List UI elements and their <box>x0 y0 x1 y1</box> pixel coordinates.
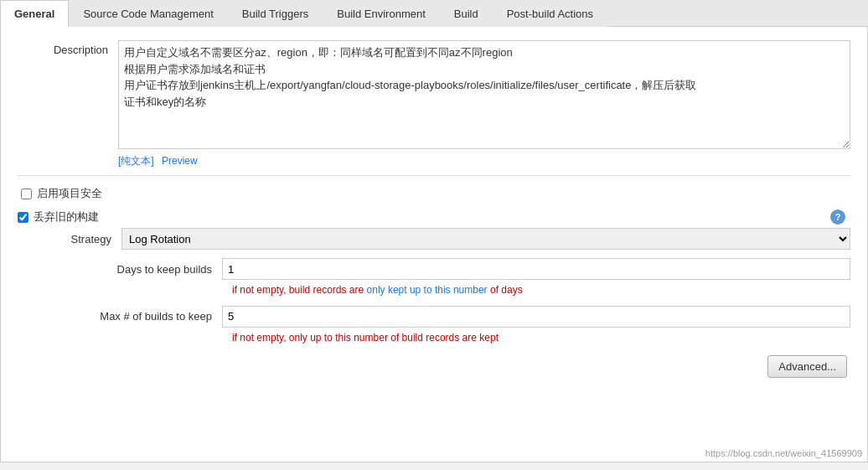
tab-scm[interactable]: Source Code Management <box>69 0 227 27</box>
tab-general[interactable]: General <box>0 0 69 27</box>
tab-build-env[interactable]: Build Environment <box>323 0 440 27</box>
tab-bar: General Source Code Management Build Tri… <box>0 0 868 27</box>
days-keep-hint: if not empty, build records are only kep… <box>71 283 850 297</box>
main-content: Description <span class="desc-line-red">… <box>0 27 868 462</box>
discard-builds-label[interactable]: 丢弃旧的构建 <box>34 209 99 225</box>
days-keep-input[interactable] <box>222 258 850 280</box>
discard-builds-row: 丢弃旧的构建 ? <box>18 209 850 225</box>
strategy-row: Strategy Log Rotation Never Days <box>38 228 850 250</box>
days-keep-label: Days to keep builds <box>71 263 222 276</box>
enable-security-row: 启用项目安全 <box>18 181 850 206</box>
strategy-section: Strategy Log Rotation Never Days Days to… <box>18 228 850 345</box>
days-keep-section: Days to keep builds if not empty, build … <box>38 258 850 345</box>
strategy-select[interactable]: Log Rotation Never Days <box>121 228 850 250</box>
divider-1 <box>18 175 850 176</box>
strategy-label: Strategy <box>38 233 121 245</box>
description-links: [纯文本] Preview <box>118 154 850 168</box>
plain-text-link[interactable]: [纯文本] <box>118 155 154 167</box>
advanced-btn-row: Advanced... <box>18 355 850 378</box>
tab-post-build[interactable]: Post-build Actions <box>493 0 607 27</box>
tab-build[interactable]: Build <box>440 0 493 27</box>
days-keep-row: Days to keep builds <box>71 258 850 280</box>
preview-link[interactable]: Preview <box>162 155 198 167</box>
watermark: https://blog.csdn.net/weixin_41569909 <box>705 448 862 458</box>
max-builds-hint: if not empty, only up to this number of … <box>71 331 850 345</box>
enable-security-checkbox[interactable] <box>21 189 32 199</box>
description-label: Description <box>18 40 118 56</box>
max-builds-label: Max # of builds to keep <box>71 310 222 323</box>
description-field: <span class="desc-line-red"></span> [纯文本… <box>118 40 850 168</box>
description-row: Description <span class="desc-line-red">… <box>18 40 850 168</box>
tab-build-triggers[interactable]: Build Triggers <box>228 0 323 27</box>
description-textarea[interactable]: <span class="desc-line-red"></span> <box>118 40 850 149</box>
help-icon[interactable]: ? <box>830 209 845 225</box>
max-builds-row: Max # of builds to keep <box>71 306 850 328</box>
discard-builds-checkbox[interactable] <box>18 212 28 223</box>
max-builds-input[interactable] <box>222 306 850 328</box>
advanced-button[interactable]: Advanced... <box>767 355 847 378</box>
enable-security-label[interactable]: 启用项目安全 <box>37 186 102 201</box>
discard-checkbox-container: 丢弃旧的构建 <box>18 209 99 225</box>
